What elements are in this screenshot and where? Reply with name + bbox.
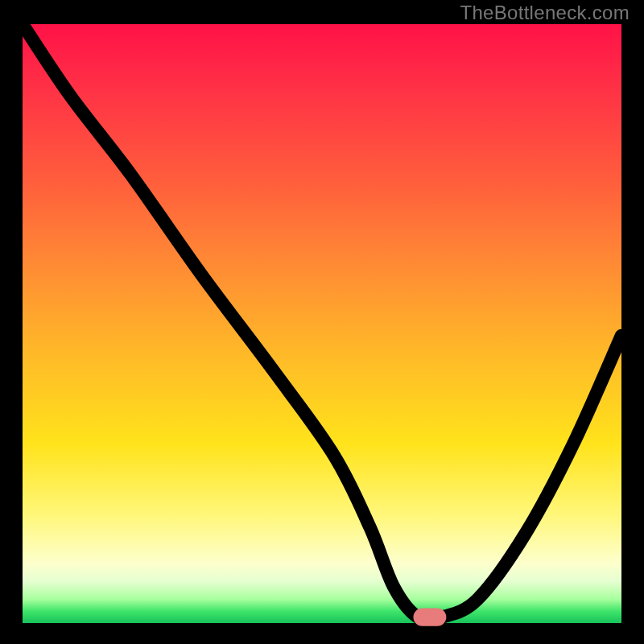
bottleneck-curve — [23, 24, 621, 620]
watermark-text: TheBottleneck.com — [460, 2, 630, 24]
optimum-marker — [416, 611, 443, 623]
plot-svg — [23, 24, 621, 623]
plot-area — [23, 24, 621, 623]
chart-frame: TheBottleneck.com — [0, 0, 644, 644]
